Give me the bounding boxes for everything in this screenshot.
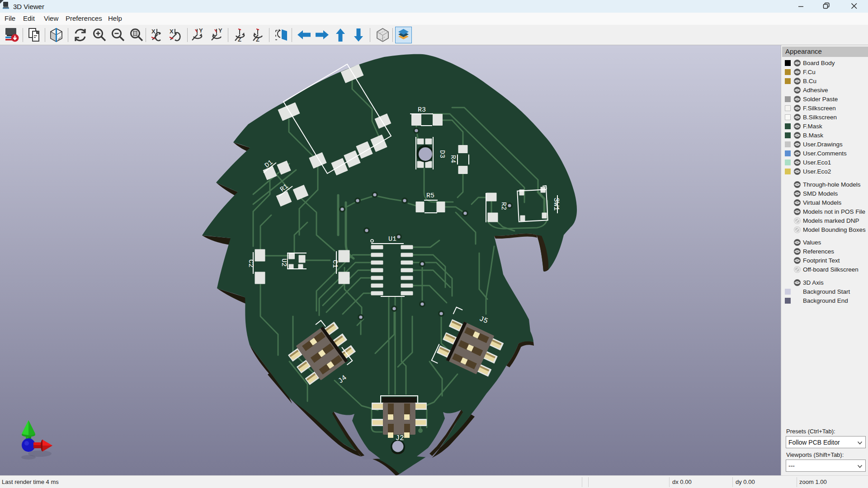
svg-text:C1: C1 <box>331 260 339 268</box>
svg-text:D3: D3 <box>438 150 446 158</box>
svg-text:R2: R2 <box>500 202 507 210</box>
svg-text:R4: R4 <box>449 155 457 163</box>
svg-text:U1: U1 <box>388 235 396 243</box>
svg-text:R3: R3 <box>418 106 426 114</box>
svg-text:Y: Y <box>199 28 203 34</box>
svg-text:J2: J2 <box>395 434 404 442</box>
svg-text:U2: U2 <box>280 258 288 267</box>
svg-text:X: X <box>170 28 174 35</box>
svg-text:R5: R5 <box>426 192 434 200</box>
svg-text:X: X <box>151 28 156 35</box>
svg-text:Y: Y <box>218 28 222 34</box>
svg-text:SW1: SW1 <box>552 198 560 211</box>
